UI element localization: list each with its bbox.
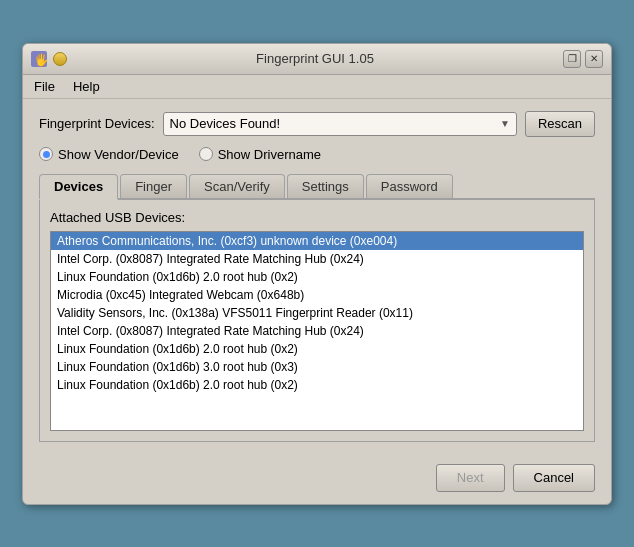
attached-usb-label: Attached USB Devices:: [50, 210, 584, 225]
tab-finger[interactable]: Finger: [120, 174, 187, 198]
fingerprint-devices-dropdown[interactable]: No Devices Found! ▼: [163, 112, 517, 136]
radio-row: Show Vendor/Device Show Drivername: [39, 147, 595, 162]
radio-vendor-label: Show Vendor/Device: [58, 147, 179, 162]
next-button[interactable]: Next: [436, 464, 505, 492]
tab-scan-verify[interactable]: Scan/Verify: [189, 174, 285, 198]
list-item[interactable]: Linux Foundation (0x1d6b) 3.0 root hub (…: [51, 358, 583, 376]
list-item[interactable]: Intel Corp. (0x8087) Integrated Rate Mat…: [51, 322, 583, 340]
window-title: Fingerprint GUI 1.05: [67, 51, 563, 66]
main-window: 🖐 Fingerprint GUI 1.05 ❐ ✕ File Help Fin…: [22, 43, 612, 505]
tab-content-devices: Attached USB Devices: Atheros Communicat…: [39, 200, 595, 442]
tab-bar: Devices Finger Scan/Verify Settings Pass…: [39, 174, 595, 200]
list-item[interactable]: Microdia (0xc45) Integrated Webcam (0x64…: [51, 286, 583, 304]
app-icon: 🖐: [31, 51, 47, 67]
list-item[interactable]: Intel Corp. (0x8087) Integrated Rate Mat…: [51, 250, 583, 268]
radio-driver-dot: [199, 147, 213, 161]
close-button[interactable]: ✕: [585, 50, 603, 68]
svg-text:🖐: 🖐: [34, 52, 47, 67]
menu-help[interactable]: Help: [70, 78, 103, 95]
rescan-button[interactable]: Rescan: [525, 111, 595, 137]
titlebar-left: 🖐: [31, 51, 67, 67]
tab-settings[interactable]: Settings: [287, 174, 364, 198]
fingerprint-devices-label: Fingerprint Devices:: [39, 116, 155, 131]
list-item[interactable]: Validity Sensors, Inc. (0x138a) VFS5011 …: [51, 304, 583, 322]
bottom-bar: Next Cancel: [23, 454, 611, 504]
content-area: Fingerprint Devices: No Devices Found! ▼…: [23, 99, 611, 454]
list-item[interactable]: Atheros Communications, Inc. (0xcf3) unk…: [51, 232, 583, 250]
restore-button[interactable]: ❐: [563, 50, 581, 68]
radio-show-vendor[interactable]: Show Vendor/Device: [39, 147, 179, 162]
list-item[interactable]: Linux Foundation (0x1d6b) 2.0 root hub (…: [51, 340, 583, 358]
menu-file[interactable]: File: [31, 78, 58, 95]
cancel-button[interactable]: Cancel: [513, 464, 595, 492]
tab-password[interactable]: Password: [366, 174, 453, 198]
devices-field-row: Fingerprint Devices: No Devices Found! ▼…: [39, 111, 595, 137]
list-item[interactable]: Linux Foundation (0x1d6b) 2.0 root hub (…: [51, 376, 583, 394]
titlebar-right: ❐ ✕: [563, 50, 603, 68]
menubar: File Help: [23, 75, 611, 99]
tab-devices[interactable]: Devices: [39, 174, 118, 200]
titlebar: 🖐 Fingerprint GUI 1.05 ❐ ✕: [23, 44, 611, 75]
radio-vendor-dot: [39, 147, 53, 161]
dropdown-arrow-icon: ▼: [500, 118, 510, 129]
device-list[interactable]: Atheros Communications, Inc. (0xcf3) unk…: [50, 231, 584, 431]
list-item[interactable]: Linux Foundation (0x1d6b) 2.0 root hub (…: [51, 268, 583, 286]
radio-driver-label: Show Drivername: [218, 147, 321, 162]
dropdown-value: No Devices Found!: [170, 116, 281, 131]
radio-show-driver[interactable]: Show Drivername: [199, 147, 321, 162]
minimize-button[interactable]: [53, 52, 67, 66]
